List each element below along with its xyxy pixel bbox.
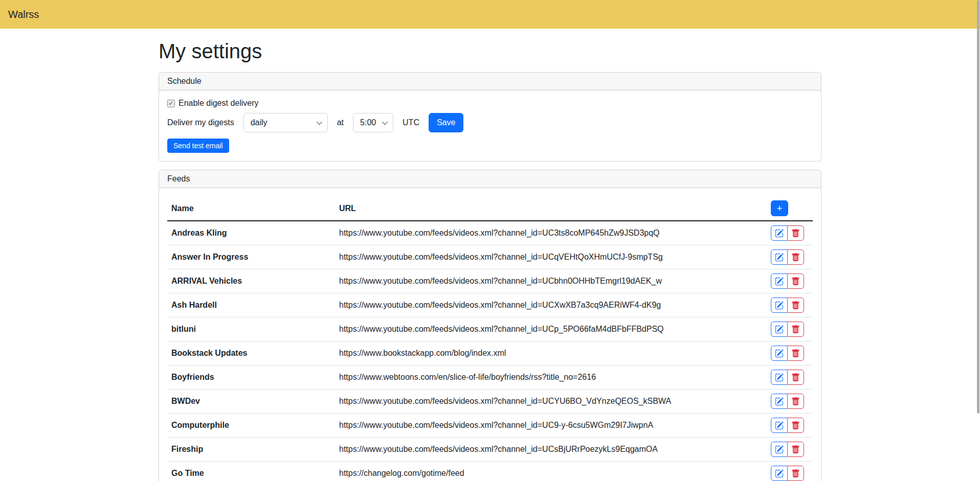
pencil-square-icon bbox=[775, 373, 784, 382]
feed-url: https://www.youtube.com/feeds/videos.xml… bbox=[335, 390, 767, 414]
edit-feed-button[interactable] bbox=[771, 418, 788, 433]
column-header-url: URL bbox=[335, 196, 767, 221]
edit-feed-button[interactable] bbox=[771, 466, 788, 481]
feed-actions bbox=[771, 322, 804, 337]
edit-feed-button[interactable] bbox=[771, 346, 788, 361]
enable-digest-label[interactable]: Enable digest delivery bbox=[179, 99, 259, 108]
delete-feed-button[interactable] bbox=[787, 346, 804, 361]
feed-row: Go Time https://changelog.com/gotime/fee… bbox=[167, 462, 813, 481]
trash-icon bbox=[791, 373, 800, 382]
schedule-card-header: Schedule bbox=[159, 73, 821, 90]
plus-icon: + bbox=[776, 203, 782, 213]
feed-actions bbox=[771, 442, 804, 457]
trash-icon bbox=[791, 229, 800, 238]
edit-feed-button[interactable] bbox=[771, 442, 788, 457]
chevron-down-icon bbox=[382, 119, 388, 125]
feed-name: Bookstack Updates bbox=[167, 341, 335, 365]
feed-url: https://www.bookstackapp.com/blog/index.… bbox=[335, 341, 767, 365]
column-header-name: Name bbox=[167, 196, 335, 221]
feed-row: BWDev https://www.youtube.com/feeds/vide… bbox=[167, 390, 813, 414]
delete-feed-button[interactable] bbox=[787, 370, 804, 385]
feeds-card-header: Feeds bbox=[159, 170, 821, 188]
vertical-scrollbar-thumb[interactable] bbox=[977, 0, 979, 414]
pencil-square-icon bbox=[775, 397, 784, 406]
delete-feed-button[interactable] bbox=[787, 225, 804, 241]
feed-url: https://www.youtube.com/feeds/videos.xml… bbox=[335, 317, 767, 341]
feed-actions bbox=[771, 394, 804, 409]
add-feed-button[interactable]: + bbox=[771, 200, 788, 216]
pencil-square-icon bbox=[775, 421, 784, 430]
feed-name: Boyfriends bbox=[167, 365, 335, 390]
edit-feed-button[interactable] bbox=[771, 225, 788, 241]
feed-row: Boyfriends https://www.webtoons.com/en/s… bbox=[167, 365, 813, 390]
feed-url: https://www.youtube.com/feeds/videos.xml… bbox=[335, 293, 767, 317]
schedule-card-body: ✓ Enable digest delivery Deliver my dige… bbox=[159, 90, 821, 161]
feeds-table: Name URL + Andreas Kling https://www.you… bbox=[167, 196, 813, 481]
trash-icon bbox=[791, 301, 800, 310]
pencil-square-icon bbox=[775, 445, 784, 454]
schedule-card: Schedule ✓ Enable digest delivery Delive… bbox=[159, 72, 821, 162]
feed-name: Andreas Kling bbox=[167, 221, 335, 245]
delete-feed-button[interactable] bbox=[787, 394, 804, 409]
edit-feed-button[interactable] bbox=[771, 370, 788, 385]
trash-icon bbox=[791, 397, 800, 406]
main-content: My settings Schedule ✓ Enable digest del… bbox=[152, 40, 828, 481]
delete-feed-button[interactable] bbox=[787, 322, 804, 337]
feed-row: Computerphile https://www.youtube.com/fe… bbox=[167, 414, 813, 438]
delete-feed-button[interactable] bbox=[787, 249, 804, 265]
feed-name: Answer In Progress bbox=[167, 245, 335, 269]
pencil-square-icon bbox=[775, 349, 784, 358]
time-select[interactable]: 5:00 bbox=[353, 113, 393, 132]
feed-actions bbox=[771, 346, 804, 361]
trash-icon bbox=[791, 253, 800, 262]
edit-feed-button[interactable] bbox=[771, 394, 788, 409]
feed-url: https://www.youtube.com/feeds/videos.xml… bbox=[335, 245, 767, 269]
pencil-square-icon bbox=[775, 301, 784, 310]
feed-row: Andreas Kling https://www.youtube.com/fe… bbox=[167, 221, 813, 245]
edit-feed-button[interactable] bbox=[771, 249, 788, 265]
top-navbar: Walrss bbox=[0, 0, 980, 29]
feed-row: Bookstack Updates https://www.bookstacka… bbox=[167, 341, 813, 365]
feed-row: Fireship https://www.youtube.com/feeds/v… bbox=[167, 438, 813, 462]
feed-row: Answer In Progress https://www.youtube.c… bbox=[167, 245, 813, 269]
save-button[interactable]: Save bbox=[429, 113, 463, 132]
pencil-square-icon bbox=[775, 229, 784, 238]
trash-icon bbox=[791, 277, 800, 286]
edit-feed-button[interactable] bbox=[771, 297, 788, 313]
feed-actions bbox=[771, 225, 804, 241]
page-title: My settings bbox=[159, 40, 821, 63]
feed-name: bitluni bbox=[167, 317, 335, 341]
delete-feed-button[interactable] bbox=[787, 418, 804, 433]
feeds-card-body: Name URL + Andreas Kling https://www.you… bbox=[159, 188, 821, 481]
timezone-label: UTC bbox=[403, 118, 419, 127]
feed-url: https://changelog.com/gotime/feed bbox=[335, 462, 767, 481]
feed-name: BWDev bbox=[167, 390, 335, 414]
delete-feed-button[interactable] bbox=[787, 297, 804, 313]
delete-feed-button[interactable] bbox=[787, 442, 804, 457]
delete-feed-button[interactable] bbox=[787, 466, 804, 481]
feed-actions bbox=[771, 370, 804, 385]
feed-row: bitluni https://www.youtube.com/feeds/vi… bbox=[167, 317, 813, 341]
feed-actions bbox=[771, 418, 804, 433]
send-test-email-button[interactable]: Send test email bbox=[167, 139, 229, 153]
trash-icon bbox=[791, 445, 800, 454]
app-brand[interactable]: Walrss bbox=[8, 9, 39, 20]
chevron-down-icon bbox=[316, 119, 322, 125]
feed-name: Go Time bbox=[167, 462, 335, 481]
pencil-square-icon bbox=[775, 325, 784, 334]
pencil-square-icon bbox=[775, 277, 784, 286]
enable-digest-checkbox[interactable]: ✓ bbox=[167, 100, 175, 107]
at-label: at bbox=[337, 118, 344, 127]
edit-feed-button[interactable] bbox=[771, 273, 788, 289]
delete-feed-button[interactable] bbox=[787, 273, 804, 289]
pencil-square-icon bbox=[775, 253, 784, 262]
deliver-digests-label: Deliver my digests bbox=[167, 118, 234, 127]
vertical-scrollbar[interactable] bbox=[976, 0, 980, 481]
feed-url: https://www.youtube.com/feeds/videos.xml… bbox=[335, 269, 767, 293]
frequency-select[interactable]: daily bbox=[243, 113, 328, 132]
feed-actions bbox=[771, 249, 804, 265]
pencil-square-icon bbox=[775, 469, 784, 478]
feeds-table-header-row: Name URL + bbox=[167, 196, 813, 221]
edit-feed-button[interactable] bbox=[771, 322, 788, 337]
feed-name: Ash Hardell bbox=[167, 293, 335, 317]
